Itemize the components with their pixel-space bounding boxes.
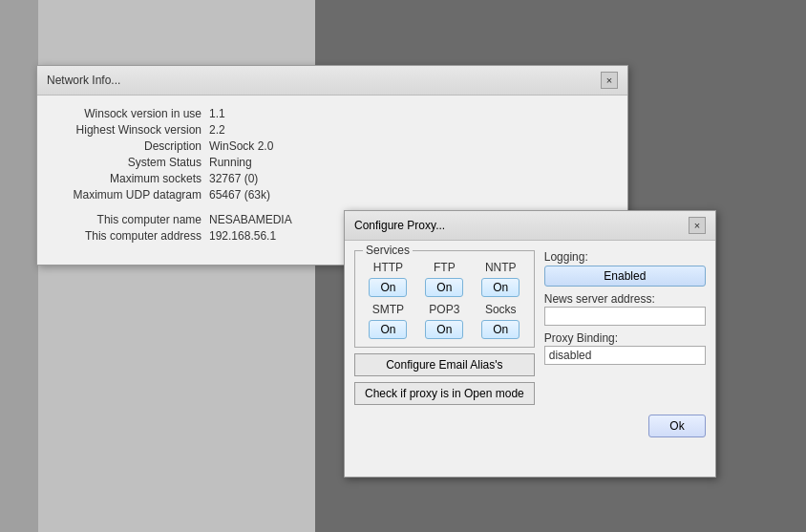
logging-enabled-button[interactable]: Enabled xyxy=(544,266,706,287)
field-value-highest-winsock: 2.2 xyxy=(209,123,608,137)
field-label-computer-address: This computer address xyxy=(56,229,209,243)
network-close-button[interactable]: × xyxy=(601,72,618,89)
service-ftp: FTP On xyxy=(419,261,470,297)
proxy-binding-section: Proxy Binding: disabled xyxy=(544,331,706,365)
proxy-binding-value: disabled xyxy=(544,346,706,365)
check-proxy-open-mode-button[interactable]: Check if proxy is in Open mode xyxy=(354,382,535,405)
service-http-label: HTTP xyxy=(373,261,403,274)
field-label-max-udp: Maximum UDP datagram xyxy=(56,188,209,202)
field-value-description: WinSock 2.0 xyxy=(209,139,608,153)
news-server-section: News server address: xyxy=(544,292,706,326)
service-pop3-label: POP3 xyxy=(429,303,459,316)
proxy-close-button[interactable]: × xyxy=(689,217,706,234)
configure-email-alias-button[interactable]: Configure Email Alias's xyxy=(354,353,535,376)
service-socks-label: Socks xyxy=(485,303,517,316)
proxy-body: Services HTTP On FTP On NNTP On xyxy=(345,241,715,415)
logging-section: Logging: Enabled xyxy=(544,250,706,287)
ok-button[interactable]: Ok xyxy=(648,415,706,437)
proxy-binding-label: Proxy Binding: xyxy=(544,331,706,345)
field-label-computer-name: This computer name xyxy=(56,213,209,226)
service-smtp: SMTP On xyxy=(363,303,414,339)
news-server-input[interactable] xyxy=(544,307,706,326)
proxy-dialog-titlebar: Configure Proxy... × xyxy=(345,211,715,241)
network-dialog-title: Network Info... xyxy=(47,74,120,87)
proxy-dialog-title: Configure Proxy... xyxy=(354,219,445,232)
proxy-right-panel: Logging: Enabled News server address: Pr… xyxy=(544,250,706,405)
service-nntp-button[interactable]: On xyxy=(481,278,520,297)
service-http-button[interactable]: On xyxy=(369,278,407,297)
configure-proxy-dialog: Configure Proxy... × Services HTTP On FT… xyxy=(344,210,716,478)
service-http: HTTP On xyxy=(363,261,414,297)
service-nntp: NNTP On xyxy=(476,261,526,297)
field-value-system-status: Running xyxy=(209,156,608,169)
field-label-winsock-version: Winsock version in use xyxy=(56,107,209,120)
service-socks: Socks On xyxy=(476,303,526,339)
side-stripe xyxy=(0,0,38,532)
service-smtp-label: SMTP xyxy=(372,303,404,316)
service-pop3-button[interactable]: On xyxy=(425,320,463,339)
services-group: Services HTTP On FTP On NNTP On xyxy=(354,250,535,348)
services-group-label: Services xyxy=(363,244,413,257)
service-socks-button[interactable]: On xyxy=(481,320,520,339)
services-grid: HTTP On FTP On NNTP On SMTP xyxy=(363,261,526,339)
field-value-max-udp: 65467 (63k) xyxy=(209,188,608,202)
proxy-ok-row: Ok xyxy=(345,415,715,445)
field-value-winsock-version: 1.1 xyxy=(209,107,608,120)
service-ftp-label: FTP xyxy=(434,261,456,274)
news-server-label: News server address: xyxy=(544,292,706,306)
service-pop3: POP3 On xyxy=(419,303,470,339)
field-label-system-status: System Status xyxy=(56,156,209,169)
logging-label: Logging: xyxy=(544,250,706,264)
network-dialog-titlebar: Network Info... × xyxy=(37,66,627,96)
field-value-max-sockets: 32767 (0) xyxy=(209,172,608,185)
service-ftp-button[interactable]: On xyxy=(425,278,463,297)
field-label-description: Description xyxy=(56,139,209,153)
service-nntp-label: NNTP xyxy=(485,261,517,274)
field-label-max-sockets: Maximum sockets xyxy=(56,172,209,185)
service-smtp-button[interactable]: On xyxy=(369,320,407,339)
field-label-highest-winsock: Highest Winsock version xyxy=(56,123,209,137)
